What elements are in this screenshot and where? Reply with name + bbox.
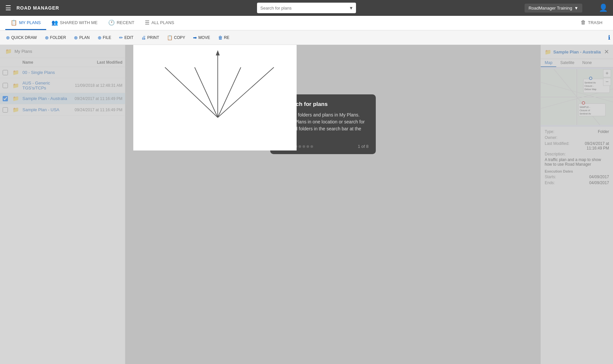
tab-all-plans[interactable]: ☰ ALL PLANS xyxy=(140,16,179,30)
nav-tabs: 📋 MY PLANS 👥 SHARED WITH ME 🕐 RECENT ☰ A… xyxy=(0,16,613,30)
remove-button[interactable]: 🗑 RE xyxy=(215,33,233,42)
quick-draw-icon: ⊕ xyxy=(6,35,10,40)
main-content: 📁 My Plans Name Last Modified 📁 00 - Sin… xyxy=(0,45,613,364)
search-input[interactable] xyxy=(257,6,346,11)
recent-icon: 🕐 xyxy=(108,19,115,26)
copy-button[interactable]: 📋 COPY xyxy=(164,33,188,42)
move-button[interactable]: ➡ MOVE xyxy=(190,33,213,42)
menu-icon[interactable]: ☰ xyxy=(5,4,11,12)
my-plans-icon: 📋 xyxy=(11,19,17,26)
quick-draw-button[interactable]: ⊕ QUICK DRAW xyxy=(3,33,40,42)
edit-button[interactable]: ✏ EDIT xyxy=(116,33,137,42)
copy-icon: 📋 xyxy=(167,35,173,40)
account-icon[interactable]: 👤 xyxy=(599,4,608,12)
print-icon: 🖨 xyxy=(141,35,146,40)
progress-dot-8 xyxy=(310,145,313,148)
tab-shared-with-me[interactable]: 👥 SHARED WITH ME xyxy=(46,16,103,30)
app-bar: ☰ ROAD MANAGER ▼ RoadManager Training ▼ … xyxy=(0,0,613,16)
workspace-button[interactable]: RoadManager Training ▼ xyxy=(525,4,582,13)
all-plans-icon: ☰ xyxy=(145,19,149,26)
file-button[interactable]: ⊕ FILE xyxy=(94,33,114,42)
info-button[interactable]: ℹ xyxy=(608,34,610,41)
folder-add-icon: ⊕ xyxy=(45,35,49,40)
folder-button[interactable]: ⊕ FOLDER xyxy=(42,33,70,42)
arrow-svg xyxy=(0,45,613,364)
search-dropdown-button[interactable]: ▼ xyxy=(346,6,356,11)
progress-dot-5 xyxy=(299,145,301,148)
file-add-icon: ⊕ xyxy=(98,35,102,40)
remove-icon: 🗑 xyxy=(218,35,223,40)
progress-dot-6 xyxy=(303,145,305,148)
tab-trash[interactable]: 🗑 TRASH xyxy=(575,16,608,30)
move-icon: ➡ xyxy=(193,35,197,40)
edit-icon: ✏ xyxy=(119,35,123,40)
modal-background xyxy=(133,45,297,150)
tab-my-plans[interactable]: 📋 MY PLANS xyxy=(5,16,46,30)
progress-dot-7 xyxy=(306,145,309,148)
toolbar: ⊕ QUICK DRAW ⊕ FOLDER ⊕ PLAN ⊕ FILE ✏ ED… xyxy=(0,30,613,45)
shared-icon: 👥 xyxy=(51,19,58,26)
plan-button[interactable]: ⊕ PLAN xyxy=(71,33,93,42)
tooltip-counter: 1 of 8 xyxy=(358,144,369,149)
search-bar: ▼ xyxy=(257,3,356,13)
print-button[interactable]: 🖨 PRINT xyxy=(138,33,162,42)
tab-recent[interactable]: 🕐 RECENT xyxy=(103,16,140,30)
plan-add-icon: ⊕ xyxy=(74,35,78,40)
trash-icon: 🗑 xyxy=(581,19,586,25)
overlay: 1. Search for plans Find your folders an… xyxy=(0,45,613,364)
